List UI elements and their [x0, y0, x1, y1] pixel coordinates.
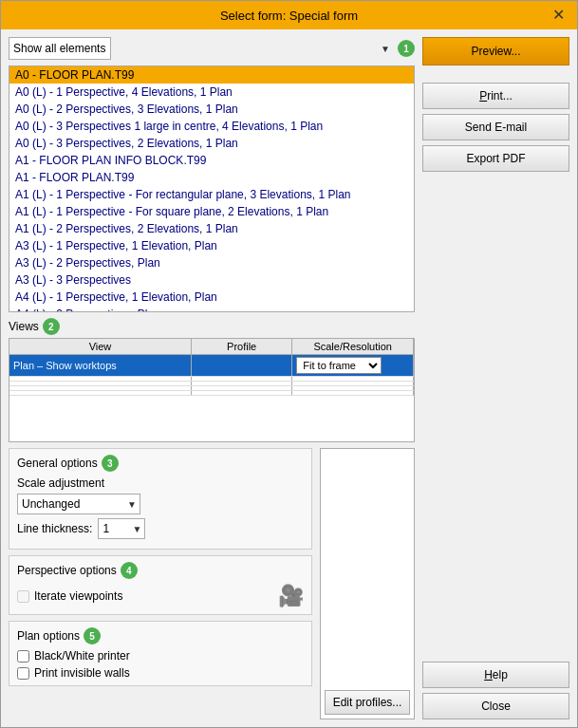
general-options-label: General options: [17, 457, 98, 470]
scale-adjustment-row: Scale adjustment: [17, 476, 304, 490]
perspective-options-label: Perspective options: [17, 564, 117, 577]
list-item[interactable]: A0 (L) - 1 Perspective, 4 Elevations, 1 …: [9, 84, 414, 101]
badge-5: 5: [84, 627, 101, 644]
scale-cell: [292, 391, 414, 396]
views-table-row[interactable]: [9, 391, 414, 396]
list-item[interactable]: A1 (L) - 1 Perspective - For square plan…: [9, 203, 414, 220]
dropdown-arrow-icon: ▼: [381, 44, 390, 54]
view-cell: Plan – Show worktops: [9, 355, 191, 377]
list-item[interactable]: A1 (L) - 2 Perspectives, 2 Elevations, 1…: [9, 220, 414, 237]
list-item[interactable]: A0 (L) - 2 Perspectives, 3 Elevations, 1…: [9, 101, 414, 118]
iterate-viewpoints-row: Iterate viewpoints: [17, 589, 122, 603]
show-all-elements-row: Show all elements ▼ 1: [9, 37, 415, 60]
close-button[interactable]: Close: [422, 693, 569, 719]
perspective-icon: 🎥: [278, 584, 304, 608]
list-item[interactable]: A4 (L) - 1 Perspective, 1 Elevation, Pla…: [9, 289, 414, 306]
views-table-row[interactable]: Plan – Show worktopsFit to frame: [9, 355, 414, 377]
list-item[interactable]: A4 (L) - 2 Perspectives, Plan: [9, 306, 414, 312]
list-item[interactable]: A3 (L) - 3 Perspectives: [9, 271, 414, 289]
profile-cell: [191, 391, 291, 396]
title-bar: Select form: Special form ✕: [1, 1, 577, 29]
list-item[interactable]: A0 (L) - 3 Perspectives 1 large in centr…: [9, 118, 414, 135]
list-item[interactable]: A1 (L) - 1 Perspective - For rectangular…: [9, 186, 414, 203]
list-item[interactable]: A0 - FLOOR PLAN.T99: [9, 66, 414, 84]
show-all-dropdown-wrapper: Show all elements ▼: [9, 37, 394, 60]
print-label-rest: rint...: [487, 89, 513, 103]
badge-1: 1: [398, 40, 415, 57]
col-view: View: [9, 339, 191, 355]
send-email-button[interactable]: Send E-mail: [422, 114, 569, 140]
line-thickness-label: Line thickness:: [17, 522, 92, 535]
plan-options-title: Plan options 5: [17, 627, 304, 644]
badge-2: 2: [43, 318, 60, 335]
view-cell: [9, 391, 191, 396]
bw-printer-checkbox[interactable]: [17, 650, 29, 663]
export-pdf-button[interactable]: Export PDF: [422, 145, 569, 172]
options-panel: General options 3 Scale adjustment Uncha…: [9, 448, 312, 719]
help-underline: Help: [484, 668, 508, 681]
print-underline: Print...: [479, 89, 513, 103]
views-table-inner: View Profile Scale/Resolution Plan – Sho…: [9, 339, 414, 396]
line-thickness-row: Line thickness: 1 2 3 ▼: [17, 518, 304, 539]
iterate-viewpoints-checkbox[interactable]: [17, 590, 29, 603]
close-icon[interactable]: ✕: [549, 6, 568, 25]
right-panel: Preview... Print... Send E-mail Export P…: [422, 37, 569, 719]
bw-printer-row: Black/White printer: [17, 649, 304, 663]
views-header: Views 2: [9, 318, 415, 335]
scale-cell: Fit to frame: [292, 355, 414, 377]
help-button[interactable]: Help: [422, 662, 569, 688]
dialog: Select form: Special form ✕ Show all ele…: [0, 0, 578, 728]
plan-options-box: Plan options 5 Black/White printer Print…: [9, 621, 312, 686]
form-list-box[interactable]: A0 - FLOOR PLAN.T99A0 (L) - 1 Perspectiv…: [9, 65, 415, 312]
list-item[interactable]: A1 - FLOOR PLAN.T99: [9, 169, 414, 186]
edit-profiles-button[interactable]: Edit profiles...: [325, 690, 410, 715]
dialog-title: Select form: Special form: [29, 9, 549, 23]
scale-resolution-dropdown[interactable]: Fit to frame: [296, 357, 382, 374]
line-thickness-combo-wrapper: 1 2 3 ▼: [98, 518, 145, 539]
left-panel: Show all elements ▼ 1 A0 - FLOOR PLAN.T9…: [9, 37, 415, 719]
badge-4: 4: [121, 562, 138, 579]
col-scale: Scale/Resolution: [292, 339, 414, 355]
general-options-title: General options 3: [17, 455, 304, 472]
content-area: Show all elements ▼ 1 A0 - FLOOR PLAN.T9…: [1, 29, 577, 727]
plan-options-label: Plan options: [17, 629, 80, 643]
profile-cell: [191, 355, 291, 377]
scale-combo-wrapper: Unchanged Fit to frame Custom ▼: [17, 494, 140, 514]
list-item[interactable]: A1 - FLOOR PLAN INFO BLOCK.T99: [9, 152, 414, 169]
list-item[interactable]: A0 (L) - 3 Perspectives, 2 Elevations, 1…: [9, 135, 414, 152]
perspective-options-box: Perspective options 4 Iterate viewpoints…: [9, 555, 312, 615]
bottom-left: General options 3 Scale adjustment Uncha…: [9, 448, 415, 719]
iterate-viewpoints-label: Iterate viewpoints: [34, 589, 122, 603]
line-thickness-dropdown[interactable]: 1 2 3: [98, 518, 145, 539]
list-item[interactable]: A3 (L) - 1 Perspective, 1 Elevation, Pla…: [9, 237, 414, 254]
scale-dropdown-row: Unchanged Fit to frame Custom ▼: [17, 494, 304, 514]
print-button[interactable]: Print...: [422, 83, 569, 109]
col-profile: Profile: [191, 339, 291, 355]
views-section: Views 2 View Profile Scale/Resolution: [9, 318, 415, 442]
bw-printer-label: Black/White printer: [34, 649, 130, 663]
scale-dropdown[interactable]: Unchanged Fit to frame Custom: [17, 494, 140, 514]
views-label: Views: [9, 320, 39, 333]
list-item[interactable]: A3 (L) - 2 Perspectives, Plan: [9, 254, 414, 271]
preview-button[interactable]: Preview...: [422, 37, 569, 65]
views-table-header-row: View Profile Scale/Resolution: [9, 339, 414, 355]
show-all-dropdown[interactable]: Show all elements: [9, 37, 111, 60]
print-invisible-label: Print invisible walls: [34, 666, 130, 680]
views-table: View Profile Scale/Resolution Plan – Sho…: [9, 338, 415, 442]
scale-adjustment-label: Scale adjustment: [17, 476, 104, 490]
badge-3: 3: [102, 455, 119, 472]
perspective-options-title: Perspective options 4: [17, 562, 304, 579]
print-invisible-row: Print invisible walls: [17, 666, 304, 680]
preview-panel: Edit profiles...: [320, 448, 415, 719]
general-options-box: General options 3 Scale adjustment Uncha…: [9, 448, 312, 550]
print-invisible-checkbox[interactable]: [17, 667, 29, 680]
